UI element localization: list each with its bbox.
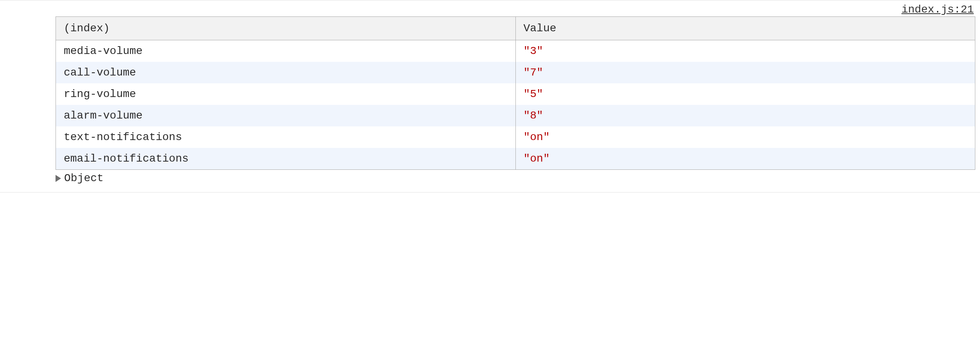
- column-header-value[interactable]: Value: [515, 17, 975, 40]
- string-value: "3": [524, 45, 543, 57]
- chevron-right-icon: [56, 175, 61, 182]
- table-row[interactable]: text-notifications "on": [56, 126, 975, 148]
- string-value: "on": [524, 131, 550, 143]
- cell-value: "on": [515, 126, 975, 148]
- column-header-index[interactable]: (index): [56, 17, 516, 40]
- string-value: "on": [524, 153, 550, 165]
- source-link-container: index.js:21: [5, 4, 975, 16]
- cell-index: media-volume: [56, 40, 516, 62]
- source-link[interactable]: index.js:21: [901, 4, 974, 16]
- cell-value: "7": [515, 62, 975, 83]
- object-disclosure[interactable]: Object: [56, 172, 975, 184]
- table-row[interactable]: call-volume "7": [56, 62, 975, 83]
- string-value: "8": [524, 110, 543, 122]
- table-row[interactable]: email-notifications "on": [56, 148, 975, 170]
- cell-index: alarm-volume: [56, 105, 516, 126]
- object-label: Object: [64, 172, 104, 184]
- cell-index: text-notifications: [56, 126, 516, 148]
- table-row[interactable]: ring-volume "5": [56, 83, 975, 105]
- cell-value: "on": [515, 148, 975, 170]
- console-table: (index) Value media-volume "3" call-volu…: [56, 16, 975, 170]
- string-value: "7": [524, 67, 543, 79]
- cell-index: call-volume: [56, 62, 516, 83]
- table-row[interactable]: alarm-volume "8": [56, 105, 975, 126]
- cell-index: ring-volume: [56, 83, 516, 105]
- cell-index: email-notifications: [56, 148, 516, 170]
- console-output: index.js:21 (index) Value media-volume "…: [0, 0, 980, 192]
- cell-value: "3": [515, 40, 975, 62]
- string-value: "5": [524, 88, 543, 100]
- cell-value: "8": [515, 105, 975, 126]
- cell-value: "5": [515, 83, 975, 105]
- table-row[interactable]: media-volume "3": [56, 40, 975, 62]
- table-header-row: (index) Value: [56, 17, 975, 40]
